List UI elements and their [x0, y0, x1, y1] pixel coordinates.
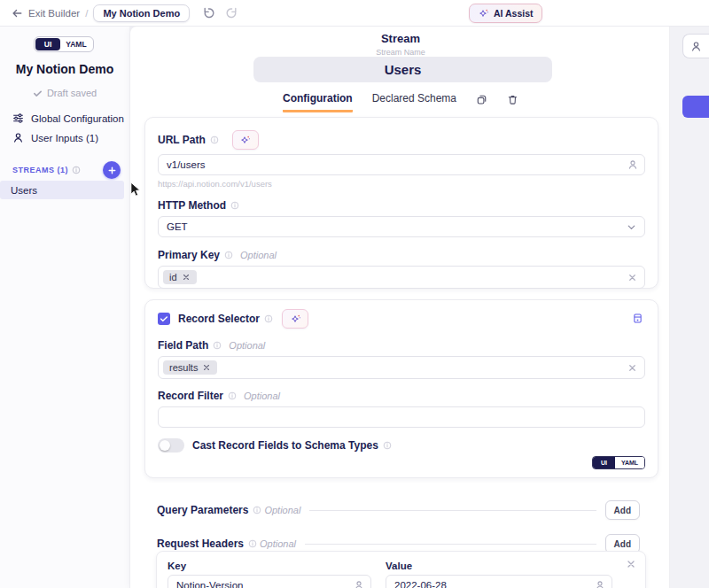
info-icon — [383, 441, 392, 450]
sparkle-icon — [239, 135, 251, 146]
sliders-icon — [12, 112, 24, 124]
header-value-label: Value — [386, 561, 612, 571]
ui-yaml-mini-toggle[interactable]: UI YAML — [592, 456, 645, 469]
info-icon — [264, 314, 273, 323]
ui-yaml-toggle[interactable]: UI YAML — [34, 36, 94, 52]
primary-key-tag: id — [163, 270, 197, 284]
info-icon — [213, 341, 222, 350]
request-headers-label: Request Headers — [157, 538, 244, 550]
ai-suggest-url-button[interactable] — [232, 130, 259, 150]
user-input-icon[interactable] — [627, 159, 638, 170]
optional-label: Optional — [264, 505, 300, 515]
info-icon — [230, 201, 239, 210]
ai-assist-label: AI Assist — [494, 8, 534, 19]
info-icon — [224, 251, 233, 259]
remove-tag-icon[interactable] — [182, 273, 191, 282]
stream-name-input[interactable] — [253, 57, 552, 82]
toggle-ui-option[interactable]: UI — [593, 457, 615, 468]
testing-panel-rail — [670, 27, 709, 588]
delete-stream-icon[interactable] — [507, 94, 518, 111]
stream-tabs: Configuration Declared Schema — [130, 92, 671, 112]
toggle-yaml-option[interactable]: YAML — [60, 38, 92, 50]
connector-title: My Notion Demo — [0, 62, 129, 76]
back-icon[interactable] — [11, 7, 23, 19]
sparkle-icon — [478, 8, 489, 19]
breadcrumb-separator: / — [85, 8, 88, 19]
check-icon — [33, 89, 43, 98]
tab-declared-schema[interactable]: Declared Schema — [372, 92, 456, 112]
record-selector-checkbox[interactable] — [158, 313, 170, 325]
url-preview-text: https://api.notion.com/v1/users — [158, 179, 645, 189]
record-filter-input[interactable] — [158, 406, 645, 428]
test-stream-button[interactable] — [682, 96, 709, 118]
user-input-icon[interactable] — [595, 580, 605, 588]
sidebar-item-user-inputs[interactable]: User Inputs (1) — [12, 132, 98, 143]
sidebar-stream-item-users[interactable]: Users — [0, 181, 124, 199]
ai-assist-button[interactable]: AI Assist — [469, 4, 542, 23]
http-method-value: GET — [167, 221, 188, 232]
toggle-ui-option[interactable]: UI — [35, 38, 60, 50]
query-parameters-section: Query Parameters Optional Add — [157, 499, 640, 521]
record-filter-label: Record Filter — [158, 390, 223, 402]
section-divider — [309, 510, 596, 511]
person-icon — [12, 132, 24, 143]
info-icon — [72, 166, 81, 174]
draft-status: Draft saved — [0, 88, 129, 98]
duplicate-stream-icon[interactable] — [476, 94, 487, 111]
field-path-tag: results — [163, 360, 217, 375]
stream-panel-title: Stream — [130, 32, 671, 45]
cast-fields-label: Cast Record Fields to Schema Types — [192, 439, 378, 452]
url-path-input[interactable] — [158, 154, 645, 175]
optional-label: Optional — [229, 340, 265, 351]
header-value-input[interactable] — [386, 575, 612, 588]
cast-fields-toggle[interactable] — [158, 438, 184, 453]
info-icon — [248, 539, 257, 548]
sidebar-item-label: Global Configuration — [31, 113, 124, 124]
request-header-row: Key Value — [156, 551, 646, 588]
http-method-select[interactable]: GET — [158, 216, 645, 237]
sidebar-item-label: User Inputs (1) — [31, 133, 98, 143]
field-path-input[interactable]: results — [158, 356, 645, 379]
optional-label: Optional — [260, 538, 296, 549]
chevron-down-icon — [627, 222, 636, 232]
testing-values-button[interactable] — [682, 34, 709, 58]
primary-key-label: Primary Key — [158, 249, 220, 261]
http-method-label: HTTP Method — [158, 199, 226, 212]
clear-field-icon[interactable] — [627, 273, 637, 282]
request-options-card: URL Path https://api.notion.com/v1/users… — [144, 117, 658, 289]
remove-tag-icon[interactable] — [202, 363, 211, 372]
ai-suggest-selector-button[interactable] — [282, 309, 308, 329]
optional-label: Optional — [244, 391, 280, 401]
header-key-input[interactable] — [168, 575, 371, 588]
add-query-parameter-button[interactable]: Add — [605, 500, 640, 520]
section-divider — [305, 544, 596, 545]
stream-name-label: Stream Name — [130, 48, 671, 57]
primary-key-input[interactable]: id — [158, 266, 645, 289]
redo-icon[interactable] — [225, 6, 238, 19]
optional-label: Optional — [240, 250, 277, 260]
sparkle-icon — [290, 313, 301, 325]
exit-builder-link[interactable]: Exit Builder — [28, 8, 80, 19]
undo-icon[interactable] — [202, 6, 215, 19]
add-stream-button[interactable] — [103, 161, 121, 179]
tag-label: results — [169, 362, 198, 373]
tag-label: id — [169, 272, 177, 282]
user-input-icon[interactable] — [354, 580, 364, 588]
stream-config-panel: Stream Stream Name Configuration Declare… — [129, 27, 670, 588]
streams-header-label: STREAMS (1) — [12, 166, 68, 174]
header-key-label: Key — [168, 561, 371, 571]
tab-configuration[interactable]: Configuration — [283, 92, 353, 112]
toggle-yaml-option[interactable]: YAML — [615, 457, 644, 468]
connector-name-chip[interactable]: My Notion Demo — [93, 4, 190, 22]
url-path-label: URL Path — [158, 134, 206, 146]
record-selector-card: Record Selector Field Path Optional resu… — [144, 299, 658, 478]
record-selector-label: Record Selector — [178, 313, 260, 325]
docs-icon[interactable] — [632, 313, 643, 324]
sidebar-item-global-configuration[interactable]: Global Configuration — [12, 112, 124, 124]
remove-header-row-icon[interactable] — [626, 559, 636, 569]
connector-builder-screen: Exit Builder / My Notion Demo AI Assist … — [0, 0, 709, 588]
builder-sidebar: UI YAML My Notion Demo Draft saved Globa… — [0, 27, 129, 588]
clear-field-icon[interactable] — [627, 363, 637, 373]
info-icon — [228, 391, 237, 400]
query-parameters-label: Query Parameters — [157, 504, 248, 516]
